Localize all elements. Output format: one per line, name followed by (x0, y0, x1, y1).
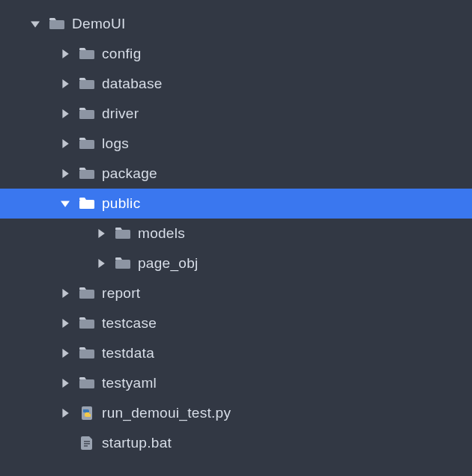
svg-rect-11 (79, 170, 94, 179)
svg-rect-23 (79, 350, 94, 358)
svg-marker-26 (62, 409, 68, 418)
tree-item-runpy[interactable]: run_demoui_test.py (0, 398, 472, 428)
svg-rect-29 (84, 443, 90, 445)
tree-item-package[interactable]: package (0, 159, 472, 189)
chevron-down-icon[interactable] (30, 19, 40, 29)
chevron-right-icon[interactable] (60, 109, 70, 119)
chevron-right-icon[interactable] (60, 408, 70, 418)
tree-item-label: testcase (102, 315, 157, 332)
svg-rect-3 (79, 50, 94, 59)
tree-item-label: database (102, 76, 163, 92)
svg-marker-22 (62, 349, 68, 358)
folder-icon (79, 107, 94, 120)
tree-item-label: package (102, 165, 157, 182)
svg-marker-8 (62, 139, 68, 148)
chevron-right-icon[interactable] (60, 318, 70, 329)
bat-file-icon (79, 436, 94, 450)
tree-item-testyaml[interactable]: testyaml (0, 368, 472, 398)
folder-icon (79, 47, 94, 61)
svg-rect-9 (79, 140, 94, 149)
folder-icon (115, 227, 130, 240)
svg-marker-2 (62, 49, 68, 58)
tree-item-label: testyaml (102, 375, 157, 391)
svg-marker-20 (62, 319, 68, 328)
svg-marker-16 (98, 259, 104, 268)
svg-marker-24 (62, 379, 68, 388)
tree-item-root[interactable]: DemoUI (0, 9, 472, 39)
tree-item-logs[interactable]: logs (0, 129, 472, 159)
tree-item-label: run_demoui_test.py (102, 405, 231, 421)
svg-rect-13 (79, 200, 94, 209)
svg-marker-12 (61, 201, 70, 207)
python-file-icon (79, 406, 94, 420)
svg-rect-15 (115, 230, 130, 239)
svg-rect-25 (79, 379, 94, 388)
chevron-right-icon[interactable] (96, 228, 106, 239)
folder-icon (79, 137, 94, 150)
svg-marker-14 (98, 229, 104, 238)
chevron-right-icon[interactable] (60, 348, 70, 358)
project-tree[interactable]: DemoUIconfigdatabasedriverlogspackagepub… (0, 0, 472, 458)
chevron-right-icon[interactable] (60, 138, 70, 149)
tree-item-public[interactable]: public (0, 189, 472, 219)
tree-item-models[interactable]: models (0, 219, 472, 248)
folder-icon (79, 167, 94, 180)
tree-item-testdata[interactable]: testdata (0, 338, 472, 368)
chevron-right-icon[interactable] (60, 168, 70, 179)
tree-item-driver[interactable]: driver (0, 99, 472, 129)
svg-rect-19 (79, 290, 94, 299)
chevron-down-icon[interactable] (60, 198, 70, 209)
tree-item-label: driver (102, 106, 139, 122)
tree-item-pageobj[interactable]: page_obj (0, 248, 472, 278)
svg-rect-28 (84, 441, 90, 442)
chevron-right-icon[interactable] (60, 378, 70, 388)
tree-item-startup[interactable]: startup.bat (0, 428, 472, 458)
svg-rect-21 (79, 320, 94, 329)
svg-rect-5 (79, 80, 94, 89)
tree-item-report[interactable]: report (0, 278, 472, 308)
tree-item-label: report (102, 285, 140, 302)
tree-item-label: logs (102, 135, 129, 152)
tree-item-database[interactable]: database (0, 69, 472, 99)
folder-icon (79, 197, 94, 210)
svg-marker-0 (31, 21, 40, 27)
svg-marker-10 (62, 169, 68, 178)
chevron-right-icon[interactable] (60, 79, 70, 89)
folder-icon (79, 77, 94, 91)
tree-item-label: DemoUI (72, 16, 125, 32)
tree-item-config[interactable]: config (0, 39, 472, 69)
tree-item-label: startup.bat (102, 435, 172, 451)
folder-icon (115, 257, 130, 270)
svg-marker-18 (62, 289, 68, 298)
folder-icon (49, 17, 64, 31)
svg-marker-4 (62, 79, 68, 88)
svg-rect-1 (49, 20, 64, 29)
tree-item-label: models (138, 225, 185, 242)
tree-item-label: page_obj (138, 255, 199, 272)
chevron-right-icon[interactable] (96, 258, 106, 269)
svg-marker-6 (62, 109, 68, 118)
chevron-right-icon[interactable] (60, 49, 70, 59)
folder-icon (79, 317, 94, 330)
folder-icon (79, 376, 94, 390)
tree-item-label: public (102, 195, 140, 212)
tree-item-label: config (102, 46, 142, 62)
chevron-right-icon[interactable] (60, 288, 70, 299)
svg-rect-7 (79, 110, 94, 119)
svg-rect-17 (115, 260, 130, 269)
tree-item-label: testdata (102, 345, 154, 361)
svg-rect-30 (84, 445, 88, 447)
folder-icon (79, 287, 94, 300)
folder-icon (79, 347, 94, 360)
tree-item-testcase[interactable]: testcase (0, 308, 472, 338)
